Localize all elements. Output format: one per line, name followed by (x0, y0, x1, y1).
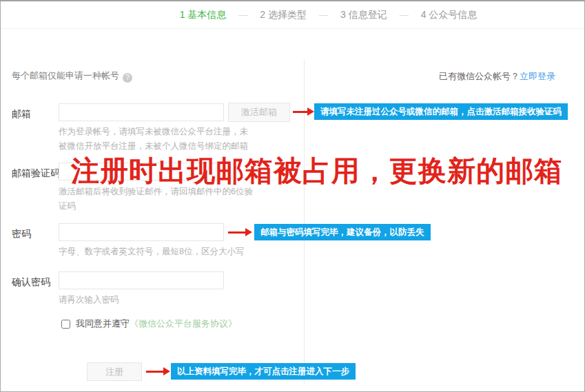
step-progress-bar: 1 基本信息 — 2 选择类型 — 3 信息登记 — 4 公众号信息 (1, 1, 584, 29)
activate-email-button[interactable]: 激活邮箱 (228, 103, 290, 122)
vertical-divider (304, 60, 305, 384)
register-tip-annotation: 以上资料填写完毕，才可点击注册进入下一步 (171, 363, 356, 380)
email-help-line1: 作为登录帐号，请填写未被微信公众平台注册，未 (59, 125, 248, 139)
password-tip-arrow-icon (228, 231, 246, 234)
email-tip-annotation: 请填写未注册过公众号或微信的邮箱，点击激活邮箱接收验证码 (314, 103, 568, 120)
email-label: 邮箱 (12, 108, 31, 121)
email-limit-text: 每个邮箱仅能申请一种帐号 (12, 70, 119, 81)
email-occupied-warning: 注册时出现邮箱被占用，更换新的邮箱 (71, 152, 563, 190)
email-limit-note: 每个邮箱仅能申请一种帐号? (12, 70, 132, 83)
step-separator: — (400, 10, 409, 20)
step-basic-info: 1 基本信息 (180, 9, 227, 21)
confirm-password-input[interactable] (59, 271, 224, 289)
agreement-row: 我同意并遵守《微信公众平台服务协议》 (61, 318, 237, 330)
register-button[interactable]: 注册 (87, 362, 142, 381)
step-account-info: 4 公众号信息 (421, 9, 478, 21)
password-help-text: 字母、数字或者英文符号，最短8位，区分大小写 (59, 245, 244, 259)
email-tip-arrow-icon (293, 111, 308, 113)
step-info-registration: 3 信息登记 (340, 9, 387, 21)
email-input[interactable] (59, 103, 224, 121)
confirm-password-label: 确认密码 (12, 276, 50, 289)
password-label: 密码 (12, 228, 31, 240)
password-input[interactable] (59, 223, 224, 241)
step-choose-type: 2 选择类型 (260, 9, 307, 21)
confirm-password-help-text: 请再次输入密码 (59, 293, 119, 307)
agreement-checkbox[interactable] (61, 320, 70, 329)
help-question-icon[interactable]: ? (123, 73, 132, 83)
agreement-link[interactable]: 《微信公众平台服务协议》 (130, 318, 237, 330)
existing-account-text: 已有微信公众帐号？ (439, 71, 520, 81)
wechat-mp-registration-page: 1 基本信息 — 2 选择类型 — 3 信息登记 — 4 公众号信息 每个邮箱仅… (0, 0, 585, 392)
email-help-text: 作为登录帐号，请填写未被微信公众平台注册，未 被微信开放平台注册，未被个人微信号… (59, 125, 248, 154)
email-code-label: 邮箱验证码 (12, 167, 60, 180)
login-now-link[interactable]: 立即登录 (520, 71, 555, 81)
email-help-line2: 被微信开放平台注册，未被个人微信号绑定的邮箱 (59, 139, 248, 154)
step-separator: — (238, 10, 247, 20)
existing-account-row: 已有微信公众帐号？立即登录 (439, 70, 555, 83)
email-code-help-line2: 证码 (59, 199, 253, 214)
step-separator: — (319, 10, 328, 20)
register-tip-arrow-icon (146, 371, 164, 373)
agreement-text: 我同意并遵守 (76, 318, 130, 330)
password-tip-annotation: 邮箱与密码填写完毕，建议备份，以防丢失 (254, 224, 431, 240)
